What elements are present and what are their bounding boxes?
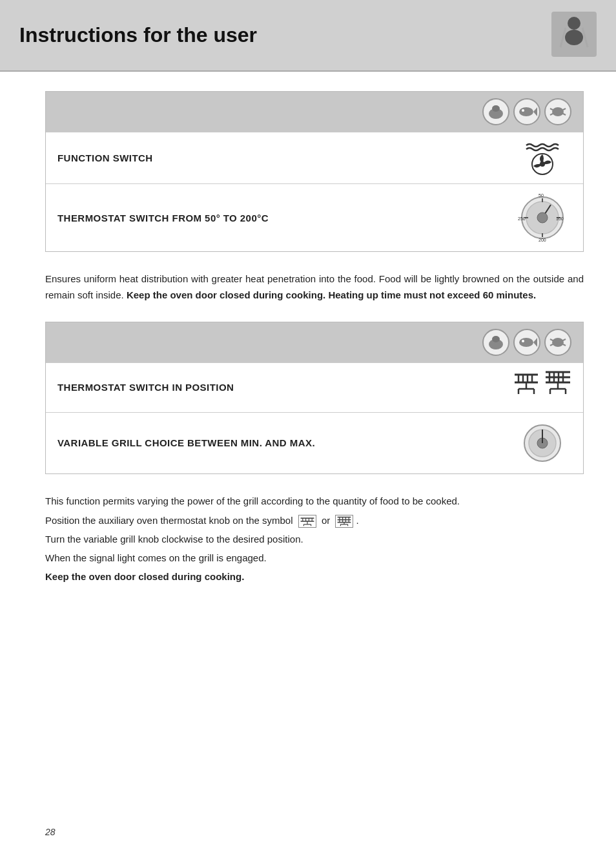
svg-point-28	[537, 213, 548, 223]
svg-text:50: 50	[539, 193, 544, 198]
svg-line-12	[550, 113, 554, 115]
svg-marker-32	[533, 338, 537, 347]
svg-point-31	[519, 338, 533, 347]
fish-icon	[513, 98, 540, 125]
food-icons-2	[482, 329, 571, 356]
svg-point-1	[568, 17, 580, 30]
seafood-icon	[544, 98, 571, 125]
seafood-icon-2	[544, 329, 571, 356]
grill-knob-icon	[513, 421, 571, 466]
svg-line-14	[562, 113, 566, 115]
food-icons-1	[482, 98, 571, 125]
variable-grill-label: VARIABLE GRILL CHOICE BETWEEN MIN. AND M…	[57, 437, 513, 448]
svg-text:100: 100	[556, 216, 564, 221]
svg-marker-8	[533, 107, 537, 116]
meat-icon	[482, 98, 509, 125]
svg-line-35	[550, 339, 554, 341]
svg-point-34	[552, 338, 564, 347]
main-content: FUNCTION SWITCH THERMOSTAT	[0, 72, 616, 629]
section-1-desc-bold: Keep the oven door closed during cooking…	[127, 289, 536, 300]
meat-icon-2	[482, 329, 509, 356]
section-2-desc-line2: Position the auxiliary oven thermostat k…	[45, 513, 584, 529]
section-2-description: This function permits varying the power …	[45, 494, 584, 585]
svg-line-37	[562, 339, 566, 341]
section-2-top-row	[46, 322, 583, 362]
svg-line-11	[550, 109, 554, 110]
section-1-function-row: FUNCTION SWITCH	[46, 132, 583, 183]
function-switch-icon	[513, 140, 571, 176]
section-2-desc-bold: Keep the oven door closed during cooking…	[45, 571, 244, 582]
section-1-description: Ensures uniform heat distribution with g…	[45, 271, 584, 304]
fish-icon-2	[513, 329, 540, 356]
svg-point-6	[492, 105, 500, 112]
svg-point-30	[492, 336, 500, 342]
section-1-card: FUNCTION SWITCH THERMOSTAT	[45, 91, 584, 252]
svg-point-7	[519, 107, 533, 116]
svg-point-9	[522, 109, 524, 112]
svg-line-38	[562, 344, 566, 346]
svg-text:200: 200	[539, 238, 546, 242]
page-title: Instructions for the user	[19, 23, 257, 47]
section-2-desc-line1: This function permits varying the power …	[45, 494, 584, 510]
section-1-thermostat-row: THERMOSTAT SWITCH FROM 50° TO 200°C 50 1…	[46, 183, 583, 251]
svg-line-13	[562, 109, 566, 110]
section-2-desc-line4: When the signal light comes on the grill…	[45, 550, 584, 567]
thermostat-position-label: THERMOSTAT SWITCH IN POSITION	[57, 382, 513, 393]
svg-point-33	[522, 340, 524, 342]
page-number: 28	[45, 827, 56, 837]
thermostat-knob-icon: 50 100 250 200	[513, 192, 571, 244]
svg-point-2	[565, 30, 583, 45]
section-2-grill-row: VARIABLE GRILL CHOICE BETWEEN MIN. AND M…	[46, 412, 583, 473]
section-2-thermostat-row: THERMOSTAT SWITCH IN POSITION	[46, 362, 583, 412]
grill-symbols-icon	[513, 371, 571, 404]
svg-point-16	[540, 161, 545, 167]
thermostat-label: THERMOSTAT SWITCH FROM 50° TO 200°C	[57, 213, 513, 224]
section-2-desc-line3: Turn the variable grill knob clockwise t…	[45, 532, 584, 548]
header-icon	[551, 12, 597, 59]
function-switch-label: FUNCTION SWITCH	[57, 152, 513, 163]
svg-point-10	[552, 107, 564, 116]
svg-text:250: 250	[518, 216, 526, 221]
svg-line-36	[550, 344, 554, 346]
section-2-card: THERMOSTAT SWITCH IN POSITION	[45, 322, 584, 474]
page-header: Instructions for the user	[0, 0, 616, 72]
section-1-top-row	[46, 92, 583, 132]
